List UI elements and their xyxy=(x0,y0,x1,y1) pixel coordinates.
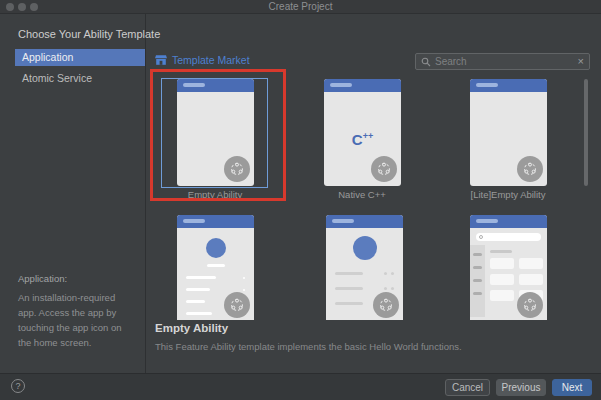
application-info-title: Application: xyxy=(18,273,67,284)
mock-search-bar xyxy=(476,233,541,241)
mock-search-icon xyxy=(479,235,483,239)
ability-atom-icon xyxy=(376,161,392,177)
template-card-empty-ability[interactable] xyxy=(177,79,254,186)
mock-line xyxy=(473,279,482,282)
mock-line xyxy=(186,300,205,303)
card-label-empty-ability: Empty Ability xyxy=(160,189,270,200)
ability-atom-icon xyxy=(522,161,538,177)
mock-dot xyxy=(391,272,394,275)
mock-line xyxy=(335,287,363,290)
mock-app-header xyxy=(177,215,254,228)
ability-atom-icon xyxy=(229,161,245,177)
mock-line xyxy=(473,292,482,295)
panel-heading: Choose Your Ability Template xyxy=(18,28,160,40)
mock-dot xyxy=(243,289,245,291)
template-card-row2-3[interactable] xyxy=(470,215,547,320)
next-button[interactable]: Next xyxy=(552,379,592,396)
ability-badge xyxy=(371,156,397,182)
mock-line xyxy=(473,253,482,256)
ability-badge xyxy=(517,156,543,182)
mock-line xyxy=(207,264,225,267)
sidebar-item-atomic-service[interactable]: Atomic Service xyxy=(15,70,145,87)
clear-search-icon[interactable]: × xyxy=(578,56,584,67)
mock-title-pill xyxy=(183,219,205,223)
ability-atom-icon xyxy=(378,297,394,313)
mock-line xyxy=(335,302,363,305)
template-market-label: Template Market xyxy=(172,54,250,66)
search-icon xyxy=(421,57,431,67)
search-box[interactable]: × xyxy=(415,53,590,70)
cancel-button[interactable]: Cancel xyxy=(445,379,490,396)
vertical-scrollbar[interactable] xyxy=(584,79,588,186)
mock-line xyxy=(186,288,210,291)
create-project-dialog: Create Project Choose Your Ability Templ… xyxy=(0,0,601,400)
template-grid-row2 xyxy=(146,210,588,320)
help-button[interactable]: ? xyxy=(11,379,25,393)
sidebar-item-application[interactable]: Application xyxy=(15,49,145,66)
mock-app-header xyxy=(177,79,254,92)
mock-dot xyxy=(391,287,394,290)
title-bar: Create Project xyxy=(0,0,601,14)
mock-line xyxy=(473,266,482,269)
ability-badge xyxy=(517,292,543,318)
mock-sidebar xyxy=(470,245,485,317)
mock-title-pill xyxy=(330,83,352,87)
mock-title-pill xyxy=(476,83,498,87)
mock-dot xyxy=(384,272,387,275)
template-market-link[interactable]: Template Market xyxy=(155,54,250,66)
search-input[interactable] xyxy=(435,56,574,67)
card-label-native-cpp: Native C++ xyxy=(307,189,417,200)
template-card-lite-empty-ability[interactable] xyxy=(470,79,547,186)
mock-line xyxy=(490,250,512,253)
ability-badge xyxy=(373,292,399,318)
mock-line xyxy=(335,272,363,275)
mock-avatar xyxy=(353,236,377,260)
storefront-icon xyxy=(155,54,167,66)
selected-template-title: Empty Ability xyxy=(155,322,228,334)
window-title: Create Project xyxy=(0,0,601,14)
selected-template-description: This Feature Ability template implements… xyxy=(155,341,462,352)
mock-avatar xyxy=(206,238,226,258)
ability-badge xyxy=(224,292,250,318)
ability-atom-icon xyxy=(229,297,245,313)
mock-dot xyxy=(384,287,387,290)
mock-app-header xyxy=(326,215,403,228)
close-window-icon[interactable] xyxy=(6,3,14,11)
card-label-lite-empty-ability: [Lite]Empty Ability xyxy=(453,189,563,200)
mock-title-pill xyxy=(332,219,354,223)
maximize-window-icon[interactable] xyxy=(30,3,38,11)
template-card-row2-2[interactable] xyxy=(326,215,403,320)
template-card-native-cpp[interactable]: C++ xyxy=(324,79,401,186)
minimize-window-icon[interactable] xyxy=(18,3,26,11)
application-info-text: An installation-required app. Access the… xyxy=(18,290,136,350)
mock-dot xyxy=(243,277,245,279)
mock-line xyxy=(186,312,212,315)
mock-app-header xyxy=(470,79,547,92)
template-card-row2-1[interactable] xyxy=(177,215,254,320)
ability-atom-icon xyxy=(522,297,538,313)
mock-title-pill xyxy=(183,83,205,87)
mock-app-header xyxy=(470,215,547,228)
ability-badge xyxy=(224,156,250,182)
mock-app-header xyxy=(324,79,401,92)
mock-title-pill xyxy=(476,219,498,223)
previous-button[interactable]: Previous xyxy=(496,379,546,396)
mock-line xyxy=(186,276,216,279)
